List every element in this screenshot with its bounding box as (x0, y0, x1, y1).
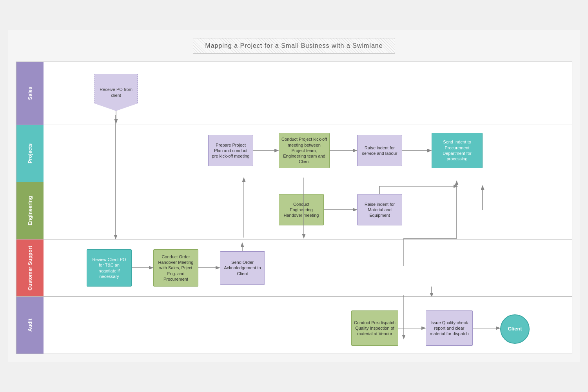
lane-engineering-row: Engineering Conduct Engineering Handover… (16, 182, 572, 240)
node-raise-service: Raise indent for service and labour (357, 135, 402, 166)
lane-projects-row: Projects Prepare Project Plan and conduc… (16, 125, 572, 182)
lane-engineering-content: Conduct Engineering Handover meeting Rai… (44, 182, 572, 239)
lane-engineering-label: Engineering (16, 182, 44, 239)
node-client: Client (500, 314, 530, 344)
node-send-indent: Send Indent to Procurement Department fo… (432, 133, 483, 168)
lane-sales-content: Receive PO from client (44, 62, 572, 125)
node-send-order: Send Order Acknoledgement to Client (220, 251, 265, 285)
lane-projects-label: Projects (16, 125, 44, 182)
node-conduct-order: Conduct Order Handover Meeting with Sale… (153, 249, 198, 287)
lane-projects-content: Prepare Project Plan and conduct pre kic… (44, 125, 572, 182)
node-review-po: Review Client PO for T&C an negotiate if… (87, 249, 132, 287)
page-container: Mapping a Project for a Small Business w… (8, 30, 580, 362)
lane-sales-label: Sales (16, 62, 44, 125)
title-text: Mapping a Project for a Small Business w… (205, 42, 383, 49)
diagram-title: Mapping a Project for a Small Business w… (193, 38, 395, 54)
node-issue-quality: Issue Quality check report and clear mat… (426, 310, 473, 346)
node-conduct-handover: Conduct Engineering Handover meeting (279, 194, 324, 225)
node-conduct-kickoff: Conduct Project kick-off meeting between… (279, 133, 330, 168)
lane-audit-content: Conduct Pre-dispatch Quality Inspection … (44, 297, 572, 354)
lane-customer-row: Customer Support Review Client PO for T&… (16, 240, 572, 297)
swimlane-diagram: Sales Receive PO from client (16, 62, 572, 354)
lane-sales-row: Sales Receive PO from client (16, 62, 572, 125)
lane-customer-content: Review Client PO for T&C an negotiate if… (44, 240, 572, 296)
lane-audit-label: Audit (16, 297, 44, 354)
lane-audit-row: Audit Conduct Pre-dispatch Quality Inspe… (16, 297, 572, 354)
node-prepare-project: Prepare Project Plan and conduct pre kic… (208, 135, 253, 166)
node-raise-material: Raise indent for Material and Equipment (357, 194, 402, 225)
title-container: Mapping a Project for a Small Business w… (16, 38, 572, 54)
node-predispatch: Conduct Pre-dispatch Quality Inspection … (351, 310, 398, 346)
audit-arrows (44, 297, 572, 354)
lane-customer-label: Customer Support (16, 240, 44, 296)
node-receive-po: Receive PO from client (94, 74, 138, 111)
